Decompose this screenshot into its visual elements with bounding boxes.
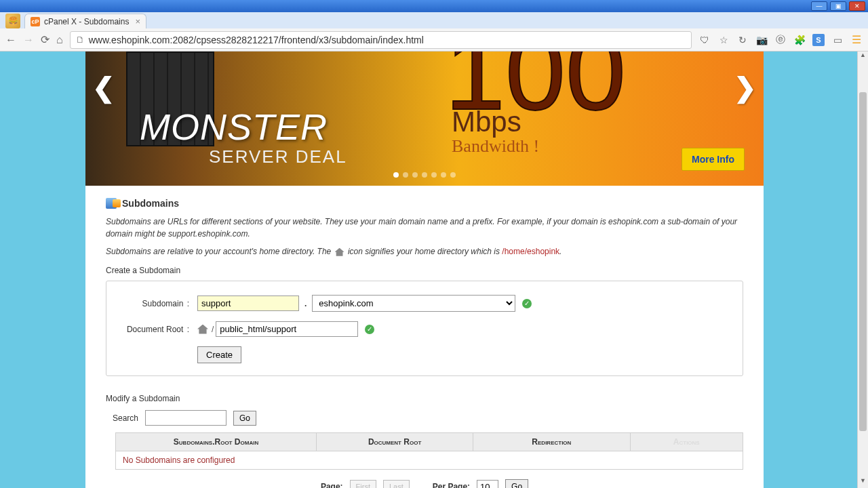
banner-dots[interactable] xyxy=(85,172,764,178)
home-path: /home/eshopink xyxy=(502,247,559,256)
col-docroot[interactable]: Document Root xyxy=(317,433,473,451)
section-title-text: Subdomains xyxy=(122,198,179,209)
banner-next-arrow[interactable]: ❯ xyxy=(734,72,757,103)
docroot-row: Document Root / ✓ xyxy=(117,321,732,337)
puzzle-icon[interactable]: 🧩 xyxy=(793,34,806,46)
banner-monster-text: MONSTER xyxy=(140,106,328,148)
modify-heading: Modify a Subdomain xyxy=(106,394,743,403)
search-row: Search Go xyxy=(113,410,743,426)
back-button[interactable]: ← xyxy=(5,34,16,46)
per-page-label: Per Page: xyxy=(433,482,470,488)
banner-bandwidth-text: Bandwidth ! xyxy=(452,136,539,157)
scroll-thumb[interactable] xyxy=(859,92,867,431)
tab-title: cPanel X - Subdomains xyxy=(44,17,129,26)
subdomain-row: Subdomain . eshopink.com ✓ xyxy=(117,295,732,312)
valid-check-icon: ✓ xyxy=(522,299,532,308)
create-button[interactable]: Create xyxy=(197,346,241,363)
vertical-scrollbar[interactable]: ▲ ▼ xyxy=(857,52,868,488)
valid-check-icon: ✓ xyxy=(365,325,374,334)
first-page-button[interactable]: First xyxy=(350,480,376,488)
star-icon[interactable]: ☆ xyxy=(717,34,730,46)
scroll-up-arrow[interactable]: ▲ xyxy=(858,52,868,62)
app-icon: 🍔 xyxy=(5,14,20,28)
scroll-down-arrow[interactable]: ▼ xyxy=(858,477,868,488)
camera-icon[interactable]: 📷 xyxy=(755,34,768,46)
tab-close-icon[interactable]: × xyxy=(135,16,140,26)
home-dir-icon xyxy=(335,248,344,256)
promo-banner: ❮ ❯ 100 MONSTER SERVER DEAL Mbps Bandwid… xyxy=(85,52,764,186)
search-label: Search xyxy=(113,413,138,423)
cast-icon[interactable]: ▭ xyxy=(831,34,844,46)
subdomain-label: Subdomain xyxy=(117,299,189,308)
window-titlebar: — ▣ ✕ xyxy=(0,0,868,12)
home-button[interactable]: ⌂ xyxy=(56,34,63,46)
per-page-input[interactable] xyxy=(477,480,498,489)
search-input[interactable] xyxy=(145,410,226,426)
home-icon xyxy=(197,325,208,334)
forward-button: → xyxy=(23,34,34,46)
s-ext-icon[interactable]: S xyxy=(812,34,825,46)
col-redirection[interactable]: Redirection xyxy=(473,433,630,451)
create-form: Subdomain . eshopink.com ✓ Document Root… xyxy=(106,281,743,376)
col-actions[interactable]: Actions xyxy=(630,433,743,451)
subdomain-input[interactable] xyxy=(197,296,299,311)
ie-icon[interactable]: ⓔ xyxy=(774,34,787,46)
banner-mbps-text: Mbps xyxy=(452,106,521,138)
dot-separator: . xyxy=(304,299,307,308)
section-desc-1: Subdomains are URLs for different sectio… xyxy=(106,216,743,240)
slash: / xyxy=(212,325,214,334)
menu-icon[interactable]: ☰ xyxy=(850,34,863,46)
address-bar: ← → ⟳ ⌂ 🗋 www.eshopink.com:2082/cpsess28… xyxy=(0,28,868,52)
create-heading: Create a Subdomain xyxy=(106,266,743,275)
banner-serverdeal-text: SERVER DEAL xyxy=(209,146,347,167)
domain-select[interactable]: eshopink.com xyxy=(312,295,515,312)
page-icon: 🗋 xyxy=(76,35,85,45)
per-page-go-button[interactable]: Go xyxy=(505,479,528,488)
reload-button[interactable]: ⟳ xyxy=(41,33,50,46)
empty-message: No Subdomains are configured xyxy=(116,451,743,470)
refresh-ext-icon[interactable]: ↻ xyxy=(736,34,749,46)
section-title: Subdomains xyxy=(106,198,743,209)
url-text: www.eshopink.com:2082/cpsess2828212217/f… xyxy=(89,35,424,45)
viewport: ▲ ▼ ❮ ❯ 100 MONSTER SERVER DEAL Mbps Ban… xyxy=(0,52,868,488)
maximize-button[interactable]: ▣ xyxy=(830,1,846,11)
url-input[interactable]: 🗋 www.eshopink.com:2082/cpsess2828212217… xyxy=(70,31,692,49)
subdomains-icon xyxy=(106,198,117,209)
main-content: Subdomains Subdomains are URLs for diffe… xyxy=(85,186,764,488)
cpanel-favicon: cP xyxy=(31,17,40,26)
section-desc-2: Subdomains are relative to your account'… xyxy=(106,245,743,258)
toolbar-extensions: 🛡 ☆ ↻ 📷 ⓔ 🧩 S ▭ ☰ xyxy=(698,34,863,46)
subdomains-table: Subdomains.Root Domain Document Root Red… xyxy=(115,432,743,470)
minimize-button[interactable]: — xyxy=(811,1,827,11)
search-go-button[interactable]: Go xyxy=(233,411,256,426)
banner-prev-arrow[interactable]: ❮ xyxy=(92,72,115,103)
docroot-input[interactable] xyxy=(216,321,358,337)
more-info-button[interactable]: More Info xyxy=(682,148,745,171)
page-content: ❮ ❯ 100 MONSTER SERVER DEAL Mbps Bandwid… xyxy=(85,52,764,488)
browser-tab[interactable]: cP cPanel X - Subdomains × xyxy=(24,14,146,28)
last-page-button[interactable]: Last xyxy=(383,480,410,488)
docroot-label: Document Root xyxy=(117,325,189,334)
col-subdomain[interactable]: Subdomains.Root Domain xyxy=(116,433,317,451)
shield-icon[interactable]: 🛡 xyxy=(698,34,711,46)
pager: Page: First Last Per Page: Go xyxy=(106,479,743,488)
page-label: Page: xyxy=(321,482,343,488)
tabs-bar: 🍔 cP cPanel X - Subdomains × xyxy=(0,12,868,28)
window-close-button[interactable]: ✕ xyxy=(849,1,865,11)
table-row: No Subdomains are configured xyxy=(116,451,743,470)
